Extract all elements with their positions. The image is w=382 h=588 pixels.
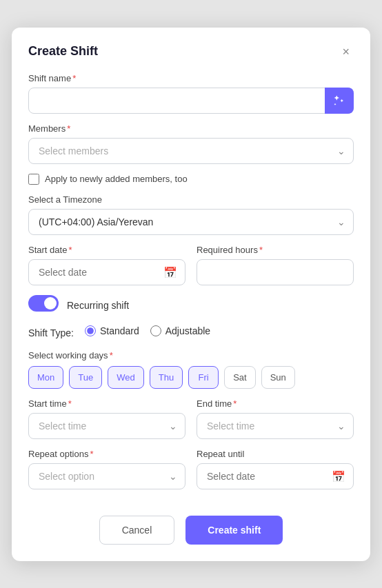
shift-name-group: Shift name* [28, 73, 354, 114]
members-label: Members* [28, 123, 354, 134]
modal-title: Create Shift [28, 44, 98, 59]
magic-wand-icon [333, 94, 345, 107]
repeat-options-wrapper: Select option ⌄ [28, 463, 185, 489]
start-time-wrapper: Select time ⌄ [28, 413, 185, 439]
recurring-shift-toggle[interactable] [28, 295, 59, 312]
required-hours-label: Required hours* [197, 245, 354, 255]
days-row: Mon Tue Wed Thu Fri Sat Sun [28, 366, 354, 389]
shift-name-wrapper [28, 88, 354, 114]
shift-type-standard-radio[interactable] [85, 325, 96, 336]
day-fri[interactable]: Fri [188, 366, 219, 389]
start-date-input[interactable] [28, 259, 185, 285]
end-time-wrapper: Select time ⌄ [197, 413, 354, 439]
working-days-group: Select working days* Mon Tue Wed Thu Fri… [28, 350, 354, 389]
timezone-select-wrapper: (UTC+04:00) Asia/Yerevan ⌄ [28, 209, 354, 235]
time-row: Start time* Select time ⌄ End time* Sele… [28, 398, 354, 449]
shift-type-row: Shift Type: Standard Adjustable [28, 325, 354, 341]
repeat-until-input[interactable] [197, 463, 354, 489]
repeat-options-label: Repeat options* [28, 449, 185, 459]
start-time-select[interactable]: Select time [28, 413, 185, 439]
start-date-label: Start date* [28, 245, 185, 255]
repeat-until-wrapper: 📅 [197, 463, 354, 489]
cancel-button[interactable]: Cancel [99, 516, 175, 545]
create-shift-button[interactable]: Create shift [185, 516, 283, 545]
members-group: Members* Select members ⌄ [28, 123, 354, 164]
repeat-until-group: Repeat until 📅 [197, 449, 354, 489]
create-shift-modal: Create Shift × Shift name* Members* [12, 28, 370, 561]
shift-type-standard-label: Standard [100, 325, 139, 336]
repeat-options-select[interactable]: Select option [28, 463, 185, 489]
shift-type-adjustable-label: Adjustable [165, 325, 210, 336]
required-hours-group: Required hours* [197, 245, 354, 285]
day-mon[interactable]: Mon [28, 366, 63, 389]
bottom-buttons: Cancel Create shift [28, 516, 354, 545]
start-date-group: Start date* 📅 [28, 245, 185, 285]
apply-members-label: Apply to newly added members, too [45, 174, 188, 184]
working-days-label: Select working days* [28, 350, 354, 361]
timezone-label: Select a Timezone [28, 194, 354, 205]
shift-type-label: Shift Type: [28, 327, 74, 338]
start-time-label: Start time* [28, 398, 185, 409]
start-time-group: Start time* Select time ⌄ [28, 398, 185, 439]
day-thu[interactable]: Thu [150, 366, 183, 389]
shift-name-label: Shift name* [28, 73, 354, 83]
close-button[interactable]: × [338, 44, 354, 59]
repeat-options-group: Repeat options* Select option ⌄ [28, 449, 185, 489]
timezone-select[interactable]: (UTC+04:00) Asia/Yerevan [28, 209, 354, 235]
end-time-group: End time* Select time ⌄ [197, 398, 354, 439]
end-time-label: End time* [197, 398, 354, 409]
recurring-shift-row: Recurring shift [28, 295, 354, 316]
date-hours-row: Start date* 📅 Required hours* [28, 245, 354, 295]
timezone-group: Select a Timezone (UTC+04:00) Asia/Yerev… [28, 194, 354, 235]
members-select-wrapper: Select members ⌄ [28, 138, 354, 164]
shift-type-standard-option[interactable]: Standard [85, 325, 139, 336]
required-hours-input[interactable] [197, 259, 354, 285]
day-tue[interactable]: Tue [69, 366, 102, 389]
magic-wand-button[interactable] [325, 88, 354, 114]
members-select[interactable]: Select members [28, 138, 354, 164]
apply-members-checkbox[interactable] [28, 174, 39, 185]
day-wed[interactable]: Wed [108, 366, 144, 389]
shift-type-adjustable-option[interactable]: Adjustable [150, 325, 210, 336]
shift-name-input[interactable] [28, 88, 354, 114]
end-time-select[interactable]: Select time [197, 413, 354, 439]
apply-members-row: Apply to newly added members, too [28, 174, 354, 185]
day-sun[interactable]: Sun [261, 366, 295, 389]
start-date-wrapper: 📅 [28, 259, 185, 285]
toggle-slider [28, 295, 59, 312]
shift-type-adjustable-radio[interactable] [150, 325, 161, 336]
day-sat[interactable]: Sat [224, 366, 256, 389]
repeat-until-label: Repeat until [197, 449, 354, 459]
repeat-row: Repeat options* Select option ⌄ Repeat u… [28, 449, 354, 499]
recurring-shift-label: Recurring shift [67, 300, 129, 311]
modal-header: Create Shift × [28, 44, 354, 59]
